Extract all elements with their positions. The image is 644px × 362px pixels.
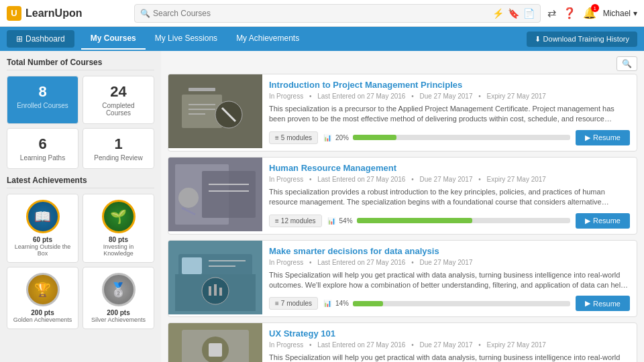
notif-count: 1 (591, 4, 599, 12)
modules-icon-da: ≡ (275, 300, 279, 307)
enrolled-label: Enrolled Courses (14, 102, 71, 109)
achievement-silver: 🥈 200 pts Silver Achievements (83, 267, 154, 329)
course-card-ux: UX Strategy 101 In Progress • Last Enter… (168, 322, 637, 362)
name-investing: Investing in Knowledge (89, 243, 148, 257)
progress-bar-hr (357, 218, 472, 223)
course-thumb-da (168, 241, 262, 314)
status-ux: In Progress (269, 341, 303, 349)
completed-number: 24 (90, 83, 147, 101)
dot1-pm: • (309, 93, 312, 100)
progress-bar-pm (353, 135, 396, 140)
course-title-ux[interactable]: UX Strategy 101 (269, 328, 630, 339)
dashboard-button[interactable]: ⊞ Dashboard (7, 30, 74, 48)
tab-my-live-sessions[interactable]: My Live Sessions (146, 28, 227, 50)
achievement-learning: 📖 60 pts Learning Outside the Box (7, 194, 78, 263)
course-meta-hr: In Progress • Last Entered on 27 May 201… (269, 176, 630, 183)
user-menu[interactable]: Michael ▾ (603, 9, 637, 18)
chevron-down-icon: ▾ (633, 9, 637, 18)
modules-badge-da: ≡ 7 modules (269, 297, 318, 310)
course-thumb-hr (168, 158, 262, 231)
course-title-hr[interactable]: Human Resource Management (269, 163, 630, 173)
due-pm: Due 27 May 2017 (420, 93, 473, 100)
filter-icon[interactable]: ⚡ (492, 8, 504, 19)
last-entered-hr: Last Entered on 27 May 2016 (317, 176, 405, 183)
achievements-section: Latest Achievements 📖 60 pts Learning Ou… (7, 176, 154, 329)
completed-label: Completed Courses (90, 102, 147, 117)
svg-rect-18 (182, 257, 202, 274)
achievement-investing: 🌱 80 pts Investing in Knowledge (83, 194, 154, 263)
paths-label: Learning Paths (14, 154, 71, 162)
dot1-da: • (309, 259, 312, 266)
play-icon-pm: ▶ (585, 133, 590, 142)
progress-label-da: 14% (335, 300, 349, 307)
course-title-pm[interactable]: Introduction to Project Management Princ… (269, 80, 630, 90)
document-icon[interactable]: 📄 (523, 8, 535, 19)
progress-pm: 📊 20% (323, 134, 570, 141)
course-card-hr: Human Resource Management In Progress • … (168, 157, 637, 235)
svg-rect-2 (189, 88, 215, 91)
dot3-hr: • (478, 176, 481, 183)
progress-bar-wrap-pm (353, 135, 570, 140)
course-thumb-ux (168, 323, 262, 362)
course-desc-hr: This specialization provides a robust in… (269, 187, 630, 208)
sidebar: Total Number of Courses 8 Enrolled Cours… (0, 51, 161, 362)
svg-rect-22 (209, 286, 211, 296)
due-da: Due 27 May 2017 (420, 259, 473, 266)
header: U LearnUpon 🔍 ⚡ 🔖 📄 ⇄ ❓ 🔔 1 Michael ▾ (0, 0, 644, 27)
dot2-ux: • (411, 341, 414, 349)
course-meta-ux: In Progress • Last Entered on 27 May 201… (269, 341, 630, 349)
name-golden: Golden Achievements (13, 316, 72, 323)
progress-label-hr: 54% (339, 217, 353, 225)
name-learning: Learning Outside the Box (13, 243, 72, 257)
resume-label-pm: Resume (593, 133, 621, 141)
name-silver: Silver Achievements (89, 316, 148, 323)
nav-tabs: My Courses My Live Sessions My Achieveme… (81, 28, 527, 50)
pts-golden: 200 pts (13, 309, 72, 316)
last-entered-da: Last Entered on 27 May 2016 (317, 259, 405, 266)
shuffle-icon[interactable]: ⇄ (547, 7, 556, 19)
tab-my-achievements[interactable]: My Achievements (227, 28, 309, 50)
search-input[interactable] (153, 9, 492, 18)
svg-point-13 (178, 188, 199, 208)
navbar: ⊞ Dashboard My Courses My Live Sessions … (0, 27, 644, 51)
notification-bell[interactable]: 🔔 1 (583, 7, 596, 19)
stat-enrolled: 8 Enrolled Courses (7, 76, 78, 124)
stat-completed: 24 Completed Courses (83, 76, 154, 124)
last-entered-pm: Last Entered on 27 May 2016 (317, 93, 405, 100)
course-body-ux: UX Strategy 101 In Progress • Last Enter… (262, 323, 637, 362)
course-footer-hr: ≡ 12 modules 📊 54% ▶ Resume (269, 213, 630, 229)
search-icon: 🔍 (140, 9, 150, 18)
course-meta-da: In Progress • Last Entered on 27 May 201… (269, 259, 630, 266)
search-bar[interactable]: 🔍 ⚡ 🔖 📄 (134, 4, 541, 23)
sidebar-courses-title: Total Number of Courses (7, 58, 154, 70)
help-icon[interactable]: ❓ (563, 7, 576, 19)
resume-button-hr[interactable]: ▶ Resume (576, 213, 630, 229)
modules-icon-hr: ≡ (275, 217, 279, 225)
modules-count-pm: 5 modules (281, 134, 312, 141)
expiry-pm: Expiry 27 May 2017 (487, 93, 546, 100)
download-training-button[interactable]: ⬇ Download Training History (527, 32, 637, 47)
bookmark-icon[interactable]: 🔖 (508, 8, 519, 19)
course-desc-pm: This specialization is a precursor to th… (269, 104, 630, 125)
course-meta-pm: In Progress • Last Entered on 27 May 201… (269, 93, 630, 100)
download-icon: ⬇ (535, 35, 541, 44)
due-hr: Due 27 May 2017 (420, 176, 473, 183)
dot2-da: • (411, 259, 414, 266)
main-content: Total Number of Courses 8 Enrolled Cours… (0, 51, 644, 362)
course-thumb-pm (168, 74, 262, 148)
modules-badge-hr: ≡ 12 modules (269, 215, 322, 227)
content-search-button[interactable]: 🔍 (616, 56, 637, 71)
pending-number: 1 (90, 135, 147, 153)
course-card-da: Make smarter decisions for data analysis… (168, 240, 637, 318)
dot3-pm: • (478, 93, 481, 100)
tab-my-courses[interactable]: My Courses (81, 28, 146, 50)
download-label: Download Training History (543, 35, 629, 43)
resume-button-da[interactable]: ▶ Resume (576, 296, 630, 311)
badge-golden: 🏆 (26, 273, 60, 306)
badge-investing: 🌱 (102, 200, 136, 233)
course-title-da[interactable]: Make smarter decisions for data analysis (269, 246, 630, 256)
svg-rect-23 (214, 284, 217, 296)
play-icon-hr: ▶ (585, 217, 590, 225)
resume-button-pm[interactable]: ▶ Resume (576, 130, 630, 145)
search-icons: ⚡ 🔖 📄 (492, 8, 535, 19)
